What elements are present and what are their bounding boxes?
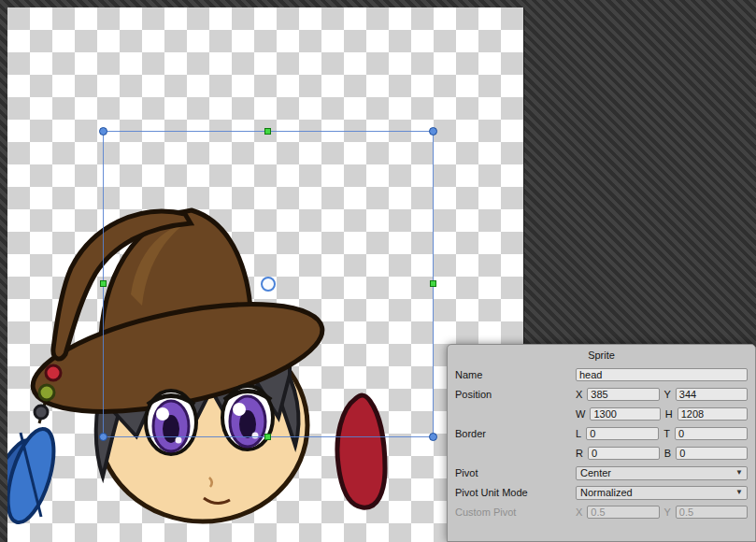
position-x-label: X bbox=[576, 389, 582, 400]
custom-pivot-y-label: Y bbox=[664, 506, 671, 518]
border-l-label: L bbox=[576, 428, 581, 439]
chevron-down-icon: ▼ bbox=[735, 489, 743, 496]
position-y-field[interactable]: 344 bbox=[676, 388, 748, 401]
border-t-label: T bbox=[663, 428, 670, 439]
custom-pivot-label: Custom Pivot bbox=[455, 506, 576, 518]
pivot-unit-mode-row: Pivot Unit Mode Normalized ▼ bbox=[455, 485, 748, 500]
pivot-unit-mode-value: Normalized bbox=[580, 486, 633, 499]
border-row-rb: R 0 B 0 bbox=[455, 446, 748, 461]
custom-pivot-x-field: 0.5 bbox=[587, 506, 659, 519]
pivot-row: Pivot Center ▼ bbox=[455, 465, 748, 480]
pivot-dropdown[interactable]: Center ▼ bbox=[576, 466, 748, 480]
selection-handle-top-left[interactable] bbox=[99, 127, 107, 136]
selection-handle-top-right[interactable] bbox=[429, 127, 437, 136]
position-h-field[interactable]: 1208 bbox=[678, 407, 748, 421]
position-row-xy: Position X 385 Y 344 bbox=[455, 387, 748, 402]
border-r-label: R bbox=[576, 448, 583, 459]
feather bbox=[7, 423, 63, 527]
selection-handle-bottom-mid[interactable] bbox=[264, 434, 271, 440]
position-label: Position bbox=[455, 389, 576, 400]
name-label: Name bbox=[455, 369, 576, 380]
selection-handle-right-mid[interactable] bbox=[430, 280, 436, 287]
position-h-label: H bbox=[665, 408, 673, 420]
custom-pivot-y-field: 0.5 bbox=[676, 506, 748, 519]
border-b-label: B bbox=[664, 448, 671, 459]
pivot-handle[interactable] bbox=[261, 277, 276, 292]
chevron-down-icon: ▼ bbox=[735, 469, 743, 477]
name-row: Name head bbox=[455, 367, 748, 382]
sprite-selection-rect[interactable] bbox=[103, 131, 434, 437]
position-w-label: W bbox=[576, 408, 585, 420]
position-y-label: Y bbox=[664, 389, 671, 400]
position-x-field[interactable]: 385 bbox=[587, 388, 659, 401]
border-l-field[interactable]: 0 bbox=[586, 427, 659, 440]
sprite-editor-window: Sprite Name head Position X 385 Y 344 W … bbox=[0, 0, 756, 542]
pivot-dropdown-value: Center bbox=[580, 466, 611, 479]
selection-handle-bottom-left[interactable] bbox=[99, 433, 107, 441]
custom-pivot-row: Custom Pivot X 0.5 Y 0.5 bbox=[455, 505, 748, 520]
custom-pivot-x-label: X bbox=[576, 506, 582, 518]
pivot-unit-mode-dropdown[interactable]: Normalized ▼ bbox=[576, 486, 748, 500]
pivot-unit-mode-label: Pivot Unit Mode bbox=[455, 487, 576, 498]
sprite-inspector-panel: Sprite Name head Position X 385 Y 344 W … bbox=[447, 344, 756, 542]
selection-handle-bottom-right[interactable] bbox=[429, 433, 437, 441]
border-label: Border bbox=[455, 428, 576, 439]
border-row-lt: Border L 0 T 0 bbox=[455, 426, 748, 441]
selection-handle-top-mid[interactable] bbox=[264, 128, 271, 135]
pivot-label: Pivot bbox=[455, 467, 576, 478]
name-field[interactable]: head bbox=[576, 368, 748, 381]
position-row-wh: W 1300 H 1208 bbox=[455, 406, 748, 421]
position-w-field[interactable]: 1300 bbox=[590, 407, 660, 421]
border-b-field[interactable]: 0 bbox=[676, 447, 748, 460]
panel-title: Sprite bbox=[448, 349, 755, 363]
border-t-field[interactable]: 0 bbox=[675, 427, 748, 440]
border-r-field[interactable]: 0 bbox=[588, 447, 660, 460]
selection-handle-left-mid[interactable] bbox=[100, 280, 107, 287]
